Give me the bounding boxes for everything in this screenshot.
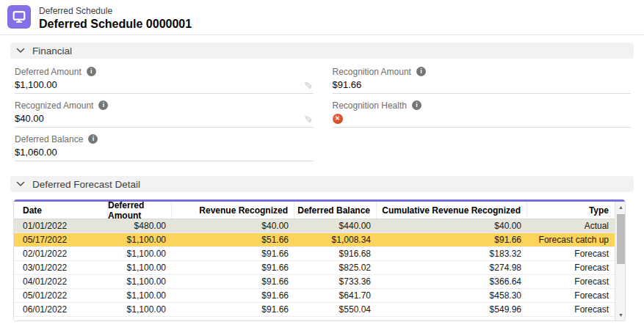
financial-right-column: Recognition Amount i $91.66 Recognition … <box>333 60 632 161</box>
table-cell: Forecast <box>527 303 615 316</box>
table-cell: $480.00 <box>108 219 172 232</box>
table-cell: 02/01/2022 <box>14 247 108 260</box>
edit-pencil-icon[interactable]: ✎ <box>303 79 313 91</box>
scrollbar-track[interactable] <box>615 213 626 309</box>
financial-fields: Deferred Amount i $1,100.00 ✎ Recognized… <box>10 59 634 161</box>
financial-left-column: Deferred Amount i $1,100.00 ✎ Recognized… <box>15 60 314 161</box>
table-cell: $366.64 <box>377 275 527 288</box>
scroll-up-icon[interactable]: ▲ <box>615 202 626 213</box>
table-cell: 04/01/2022 <box>14 275 108 288</box>
table-row[interactable]: 05/17/2022$1,100.00$51.66$1,008.34$91.66… <box>14 233 615 247</box>
table-cell: 06/01/2022 <box>14 303 108 316</box>
table-cell: Forecast <box>527 275 615 288</box>
table-cell: $1,100.00 <box>108 303 172 316</box>
field-label: Recognition Health <box>333 100 407 111</box>
field-label: Deferred Amount <box>15 67 82 77</box>
object-label: Deferred Schedule <box>39 6 192 17</box>
table-filler-row <box>14 317 615 320</box>
info-icon[interactable]: i <box>416 67 426 76</box>
table-cell: $40.00 <box>172 219 294 232</box>
column-header-deferred-amount[interactable]: Deferred Amount <box>108 202 172 219</box>
field-recognition-health: Recognition Health i ✕ <box>333 94 632 128</box>
table-cell: $91.66 <box>172 289 294 302</box>
field-deferred-balance: Deferred Balance i $1,060.00 <box>15 128 314 161</box>
table-cell: $549.96 <box>377 303 527 316</box>
table-cell: $183.32 <box>377 247 527 260</box>
field-value: $40.00 <box>15 113 44 124</box>
table-cell: $1,100.00 <box>108 289 172 302</box>
table-cell: $91.66 <box>172 275 294 288</box>
monitor-icon <box>11 9 27 25</box>
info-icon[interactable]: i <box>88 134 98 144</box>
financial-section-title: Financial <box>32 45 72 56</box>
scrollbar-thumb[interactable] <box>617 214 626 264</box>
table-vertical-scrollbar[interactable]: ▲ ▼ <box>615 202 626 320</box>
table-cell: $51.66 <box>172 233 294 246</box>
table-cell: $40.00 <box>377 219 527 232</box>
edit-pencil-icon[interactable]: ✎ <box>303 113 313 125</box>
column-header-cumulative-revenue-recognized[interactable]: Cumulative Revenue Recognized <box>377 202 527 219</box>
table-cell: Actual <box>527 219 615 232</box>
table-cell: $440.00 <box>294 219 377 232</box>
table-cell: $1,100.00 <box>108 247 172 260</box>
table-cell: Forecast <box>527 261 615 274</box>
table-cell: $1,100.00 <box>108 261 172 274</box>
forecast-section-title: Deferred Forecast Detail <box>32 179 140 190</box>
table-cell: $1,100.00 <box>108 233 172 246</box>
table-cell: 05/17/2022 <box>14 233 108 246</box>
table-cell: $274.98 <box>377 261 527 274</box>
info-icon[interactable]: i <box>412 100 422 110</box>
forecast-table-header: Date Deferred Amount Revenue Recognized … <box>14 202 615 219</box>
page-title: Deferred Schedule 0000001 <box>39 17 192 32</box>
column-header-type[interactable]: Type <box>527 202 615 219</box>
field-label: Deferred Balance <box>15 134 83 144</box>
table-row[interactable]: 06/01/2022$1,100.00$91.66$550.04$549.96F… <box>14 303 615 317</box>
financial-section-header[interactable]: Financial <box>10 43 634 59</box>
field-value: $91.66 <box>333 79 362 90</box>
table-cell: 03/01/2022 <box>14 261 108 274</box>
table-row[interactable]: 04/01/2022$1,100.00$91.66$733.36$366.64F… <box>14 275 615 289</box>
forecast-section-header[interactable]: Deferred Forecast Detail <box>10 176 634 192</box>
table-cell: $733.36 <box>294 275 377 288</box>
table-cell: $825.02 <box>294 261 377 274</box>
table-cell: Forecast <box>527 247 615 260</box>
chevron-down-icon <box>16 48 25 54</box>
field-value: $1,060.00 <box>15 147 57 158</box>
scroll-down-icon[interactable]: ▼ <box>615 309 626 320</box>
deferred-schedule-object-icon <box>7 5 31 29</box>
field-value: $1,100.00 <box>15 79 57 90</box>
table-cell: $458.30 <box>377 289 527 302</box>
table-cell: $550.04 <box>294 303 377 316</box>
table-cell: Forecast <box>527 289 615 302</box>
table-cell: $91.66 <box>377 233 527 246</box>
forecast-table: Date Deferred Amount Revenue Recognized … <box>13 199 626 321</box>
column-header-deferred-balance[interactable]: Deferred Balance <box>294 202 377 219</box>
record-page-header: Deferred Schedule Deferred Schedule 0000… <box>0 0 644 35</box>
table-cell: $916.68 <box>294 247 377 260</box>
table-cell: $641.70 <box>294 289 377 302</box>
forecast-table-body: 01/01/2022$480.00$40.00$440.00$40.00Actu… <box>14 219 615 317</box>
table-cell: $91.66 <box>172 261 294 274</box>
column-header-date[interactable]: Date <box>14 202 108 219</box>
table-cell: $91.66 <box>172 247 294 260</box>
chevron-down-icon <box>16 181 25 187</box>
table-row[interactable]: 03/01/2022$1,100.00$91.66$825.02$274.98F… <box>14 261 615 275</box>
info-icon[interactable]: i <box>98 100 108 110</box>
table-cell: $1,008.34 <box>294 233 377 246</box>
table-cell: $1,100.00 <box>108 275 172 288</box>
info-icon[interactable]: i <box>87 67 96 76</box>
table-cell: $91.66 <box>172 303 294 316</box>
table-cell: 05/01/2022 <box>14 289 108 302</box>
error-status-icon: ✕ <box>333 114 343 124</box>
table-row[interactable]: 01/01/2022$480.00$40.00$440.00$40.00Actu… <box>14 219 615 233</box>
field-label: Recognition Amount <box>333 67 411 77</box>
field-recognized-amount: Recognized Amount i $40.00 ✎ <box>15 94 314 128</box>
field-recognition-amount: Recognition Amount i $91.66 <box>333 60 632 94</box>
table-cell: 01/01/2022 <box>14 219 108 232</box>
table-row[interactable]: 05/01/2022$1,100.00$91.66$641.70$458.30F… <box>14 289 615 303</box>
field-label: Recognized Amount <box>15 100 93 111</box>
table-row[interactable]: 02/01/2022$1,100.00$91.66$916.68$183.32F… <box>14 247 615 261</box>
column-header-revenue-recognized[interactable]: Revenue Recognized <box>172 202 294 219</box>
field-deferred-amount: Deferred Amount i $1,100.00 ✎ <box>15 60 314 94</box>
table-cell: Forecast catch up <box>527 233 615 246</box>
